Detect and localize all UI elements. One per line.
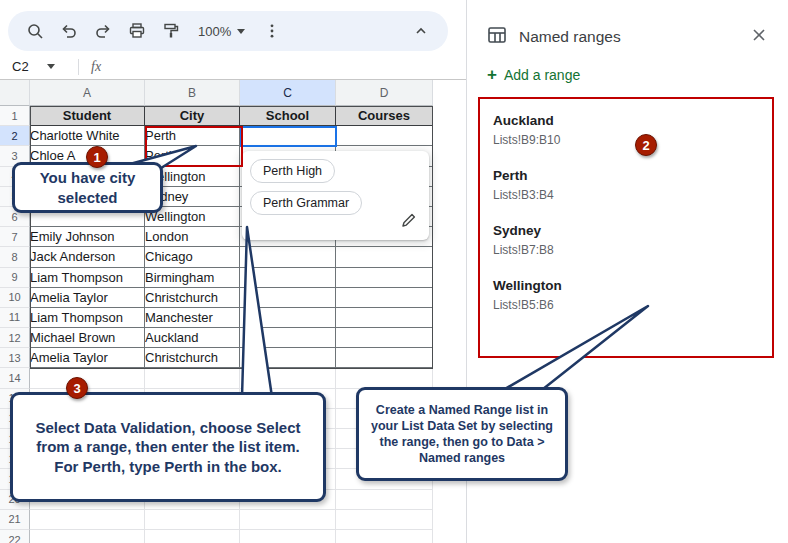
row-header-1[interactable]: 1 [0, 106, 30, 126]
select-all-corner[interactable] [0, 80, 30, 106]
row-1: 1StudentCitySchoolCourses [0, 106, 433, 126]
zoom-control[interactable]: 100% [190, 24, 253, 39]
row-header-10[interactable]: 10 [0, 288, 30, 308]
cell-D1[interactable]: Courses [336, 106, 433, 126]
main-toolbar: 100% [8, 11, 448, 51]
row-9: 9Liam ThompsonBirmingham [0, 268, 433, 288]
cell-A12[interactable]: Michael Brown [30, 328, 145, 348]
callout-city-selected: You have city selected [12, 162, 163, 213]
cell-D9[interactable] [336, 268, 433, 288]
cell-A8[interactable]: Jack Anderson [30, 247, 145, 267]
undo-icon[interactable] [54, 16, 84, 46]
name-box[interactable]: C2 [0, 59, 78, 74]
cell-D21[interactable] [336, 510, 433, 530]
column-header-C[interactable]: C [240, 80, 336, 106]
cell-A13[interactable]: Amelia Taylor [30, 348, 145, 368]
cell-B8[interactable]: Chicago [145, 247, 240, 267]
pencil-icon[interactable] [401, 212, 417, 232]
row-14: 14 [0, 368, 433, 388]
cell-A11[interactable]: Liam Thompson [30, 308, 145, 328]
cell-B7[interactable]: London [145, 227, 240, 247]
callout-data-validation: Select Data Validation, choose Select fr… [10, 392, 326, 502]
cell-A9[interactable]: Liam Thompson [30, 268, 145, 288]
cell-D2[interactable] [336, 126, 433, 146]
cell-B22[interactable] [145, 530, 240, 543]
cell-B2[interactable]: Perth [145, 126, 240, 146]
step-badge-3: 3 [66, 377, 88, 399]
cell-B9[interactable]: Birmingham [145, 268, 240, 288]
row-11: 11Liam ThompsonManchester [0, 308, 433, 328]
search-icon[interactable] [20, 16, 50, 46]
cell-B10[interactable]: Christchurch [145, 288, 240, 308]
table-grid-icon [487, 25, 507, 49]
cell-D8[interactable] [336, 247, 433, 267]
close-icon[interactable] [748, 24, 770, 49]
cell-C14[interactable] [240, 368, 336, 388]
row-header-22[interactable]: 22 [0, 530, 30, 543]
cell-B11[interactable]: Manchester [145, 308, 240, 328]
cell-B13[interactable]: Christchurch [145, 348, 240, 368]
more-options-icon[interactable] [257, 16, 287, 46]
cell-D11[interactable] [336, 308, 433, 328]
named-range-item[interactable]: SydneyLists!B7:B8 [493, 223, 761, 257]
cell-D20[interactable] [336, 490, 433, 510]
redo-icon[interactable] [88, 16, 118, 46]
cell-B12[interactable]: Auckland [145, 328, 240, 348]
row-header-12[interactable]: 12 [0, 328, 30, 348]
cell-C21[interactable] [240, 510, 336, 530]
cell-C22[interactable] [240, 530, 336, 543]
cell-B1[interactable]: City [145, 106, 240, 126]
cell-D12[interactable] [336, 328, 433, 348]
collapse-toolbar-icon[interactable] [406, 16, 436, 46]
cell-C2[interactable] [240, 126, 336, 146]
panel-header: Named ranges [467, 0, 788, 49]
row-8: 8Jack AndersonChicago [0, 247, 433, 267]
row-header-2[interactable]: 2 [0, 126, 30, 146]
row-header-14[interactable]: 14 [0, 368, 30, 388]
cell-C13[interactable] [240, 348, 336, 368]
cell-D14[interactable] [336, 368, 433, 388]
cell-B21[interactable] [145, 510, 240, 530]
cell-A7[interactable]: Emily Johnson [30, 227, 145, 247]
cell-D10[interactable] [336, 288, 433, 308]
named-ranges-list: AucklandLists!B9:B10PerthLists!B3:B4Sydn… [479, 97, 775, 349]
paint-format-icon[interactable] [156, 16, 186, 46]
cell-C11[interactable] [240, 308, 336, 328]
named-range-item[interactable]: AucklandLists!B9:B10 [493, 113, 761, 147]
column-header-B[interactable]: B [145, 80, 240, 106]
named-range-item[interactable]: PerthLists!B3:B4 [493, 168, 761, 202]
cell-A22[interactable] [30, 530, 145, 543]
cell-A2[interactable]: Charlotte White [30, 126, 145, 146]
cell-C9[interactable] [240, 268, 336, 288]
cell-D13[interactable] [336, 348, 433, 368]
row-header-7[interactable]: 7 [0, 227, 30, 247]
callout-text: Select Data Validation, choose Select fr… [27, 418, 309, 477]
named-range-name: Auckland [493, 113, 761, 128]
panel-title: Named ranges [519, 28, 621, 46]
fx-icon: fx [79, 59, 101, 75]
cell-A21[interactable] [30, 510, 145, 530]
row-header-9[interactable]: 9 [0, 268, 30, 288]
cell-A1[interactable]: Student [30, 106, 145, 126]
cell-A10[interactable]: Amelia Taylor [30, 288, 145, 308]
cell-C12[interactable] [240, 328, 336, 348]
column-header-D[interactable]: D [336, 80, 433, 106]
dropdown-chip[interactable]: Perth Grammar [250, 191, 362, 215]
row-header-11[interactable]: 11 [0, 308, 30, 328]
cell-D22[interactable] [336, 530, 433, 543]
print-icon[interactable] [122, 16, 152, 46]
dropdown-chip[interactable]: Perth High [250, 159, 335, 183]
cell-B14[interactable] [145, 368, 240, 388]
row-header-13[interactable]: 13 [0, 348, 30, 368]
row-header-8[interactable]: 8 [0, 247, 30, 267]
add-range-label: Add a range [504, 67, 580, 83]
column-header-A[interactable]: A [30, 80, 145, 106]
chevron-down-icon [47, 64, 55, 69]
add-range-button[interactable]: + Add a range [487, 66, 580, 83]
row-header-21[interactable]: 21 [0, 510, 30, 530]
named-range-item[interactable]: WellingtonLists!B5:B6 [493, 278, 761, 312]
named-range-name: Sydney [493, 223, 761, 238]
cell-C10[interactable] [240, 288, 336, 308]
cell-C8[interactable] [240, 247, 336, 267]
cell-C1[interactable]: School [240, 106, 336, 126]
